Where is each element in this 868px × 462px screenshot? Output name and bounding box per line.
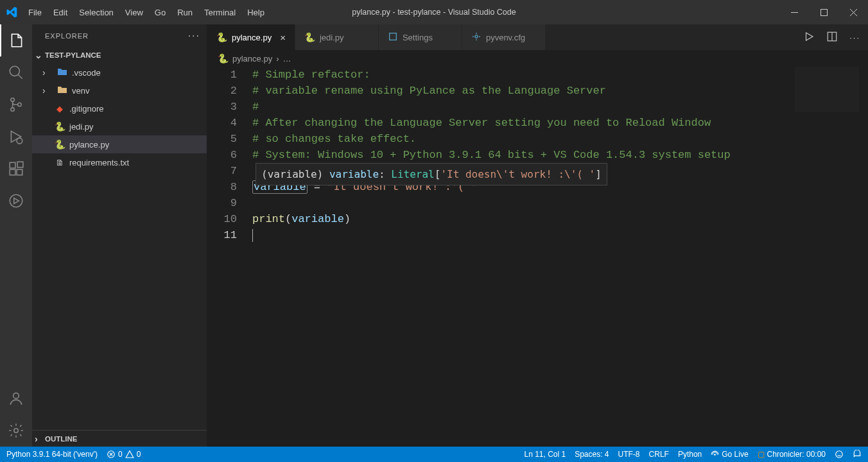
code-content[interactable]: # Simple refactor: # variable rename usi… bbox=[252, 67, 868, 447]
svg-point-15 bbox=[475, 35, 478, 38]
line-number: 8 bbox=[207, 179, 237, 195]
tree-item-label: .vscode bbox=[72, 68, 101, 78]
status-eol[interactable]: CRLF bbox=[649, 450, 669, 459]
menu-selection[interactable]: Selection bbox=[73, 0, 119, 24]
file-tree: › .vscode › venv ◆ .gitignore 🐍 jedi.py bbox=[32, 64, 207, 430]
hover-kind: (variable) bbox=[261, 168, 329, 180]
tab-jedi[interactable]: 🐍 jedi.py bbox=[295, 24, 379, 50]
menu-terminal[interactable]: Terminal bbox=[198, 0, 241, 24]
hover-name: variable bbox=[329, 168, 379, 180]
menu-go[interactable]: Go bbox=[149, 0, 171, 24]
text-cursor bbox=[252, 229, 253, 242]
menu-help[interactable]: Help bbox=[241, 0, 270, 24]
folder-header[interactable]: ⌄ TEST-PYLANCE bbox=[32, 47, 207, 64]
status-python[interactable]: Python 3.9.1 64-bit ('venv') bbox=[6, 450, 98, 459]
activity-explorer[interactable] bbox=[0, 24, 32, 56]
status-golive[interactable]: Go Live bbox=[711, 450, 748, 459]
tree-item-label: venv bbox=[72, 86, 89, 96]
outline-section[interactable]: › OUTLINE bbox=[32, 430, 207, 447]
tree-item-pylance[interactable]: 🐍 pylance.py bbox=[32, 135, 207, 153]
line-number: 5 bbox=[207, 131, 237, 147]
line-gutter: 1 2 3 4 5 6 7 8 9 10 11 bbox=[207, 67, 252, 447]
svg-rect-14 bbox=[390, 33, 397, 40]
status-lncol[interactable]: Ln 11, Col 1 bbox=[524, 450, 566, 459]
status-feedback[interactable] bbox=[835, 450, 844, 459]
breadcrumb-symbol: … bbox=[283, 54, 291, 64]
settings-icon bbox=[388, 31, 398, 44]
svg-point-3 bbox=[11, 98, 14, 101]
svg-rect-0 bbox=[791, 12, 798, 13]
tree-item-jedi[interactable]: 🐍 jedi.py bbox=[32, 117, 207, 135]
tree-item-requirements[interactable]: 🗎 requirements.txt bbox=[32, 153, 207, 171]
comment: # After changing the Language Server set… bbox=[252, 117, 711, 129]
svg-point-13 bbox=[14, 429, 19, 433]
sidebar-title-label: EXPLORER bbox=[45, 32, 89, 40]
tab-settings[interactable]: Settings bbox=[379, 24, 462, 50]
tree-item-gitignore[interactable]: ◆ .gitignore bbox=[32, 99, 207, 117]
warning-count: 0 bbox=[137, 450, 141, 459]
svg-rect-7 bbox=[10, 162, 15, 168]
hover-literal: 'It doesn\'t work! :\'( ' bbox=[440, 168, 595, 180]
line-number: 9 bbox=[207, 195, 237, 211]
hover-colon: : bbox=[379, 168, 391, 180]
line-number: 2 bbox=[207, 83, 237, 99]
svg-point-11 bbox=[10, 194, 22, 207]
menu-edit[interactable]: Edit bbox=[48, 0, 73, 24]
tree-item-label: jedi.py bbox=[69, 122, 94, 132]
status-language[interactable]: Python bbox=[678, 450, 702, 459]
activity-search[interactable] bbox=[0, 56, 32, 89]
activity-account[interactable] bbox=[0, 382, 32, 415]
activity-chronicler[interactable] bbox=[0, 185, 32, 217]
variable-ref: variable bbox=[291, 213, 344, 225]
tab-pyvenv[interactable]: pyvenv.cfg bbox=[462, 24, 546, 50]
tab-label: jedi.py bbox=[320, 33, 344, 42]
maximize-button[interactable] bbox=[809, 0, 838, 24]
status-problems[interactable]: 0 0 bbox=[107, 450, 141, 459]
activity-source-control[interactable] bbox=[0, 89, 32, 121]
editor-area: 🐍 pylance.py × 🐍 jedi.py Settings pyvenv… bbox=[207, 24, 868, 447]
tab-label: Settings bbox=[403, 33, 433, 42]
python-icon: 🐍 bbox=[216, 32, 227, 42]
split-editor-button[interactable] bbox=[826, 31, 838, 44]
tree-item-vscode[interactable]: › .vscode bbox=[32, 64, 207, 81]
svg-point-4 bbox=[11, 108, 14, 111]
editor[interactable]: 1 2 3 4 5 6 7 8 9 10 11 # Simple refacto… bbox=[207, 67, 868, 447]
svg-rect-9 bbox=[17, 169, 22, 175]
tab-bar: 🐍 pylance.py × 🐍 jedi.py Settings pyvenv… bbox=[207, 24, 868, 50]
status-spaces[interactable]: Spaces: 4 bbox=[575, 450, 609, 459]
tab-pylance[interactable]: 🐍 pylance.py × bbox=[207, 24, 295, 50]
line-number: 7 bbox=[207, 163, 237, 179]
chevron-right-icon: › bbox=[42, 85, 53, 96]
comment: # bbox=[252, 101, 259, 113]
error-count: 0 bbox=[118, 450, 123, 459]
close-icon[interactable]: × bbox=[280, 32, 286, 43]
menu-run[interactable]: Run bbox=[171, 0, 198, 24]
sidebar-more-icon[interactable]: ··· bbox=[188, 30, 200, 42]
sidebar: EXPLORER ··· ⌄ TEST-PYLANCE › .vscode › … bbox=[32, 24, 207, 447]
menubar: File Edit Selection View Go Run Terminal… bbox=[22, 0, 270, 24]
chevron-right-icon: › bbox=[35, 434, 45, 444]
activity-extensions[interactable] bbox=[0, 153, 32, 185]
tree-item-venv[interactable]: › venv bbox=[32, 81, 207, 99]
menu-view[interactable]: View bbox=[119, 0, 149, 24]
minimize-button[interactable] bbox=[779, 0, 809, 24]
tab-label: pylance.py bbox=[232, 33, 272, 42]
menu-file[interactable]: File bbox=[22, 0, 48, 24]
svg-point-5 bbox=[18, 103, 21, 106]
close-button[interactable] bbox=[838, 0, 868, 24]
breadcrumb[interactable]: 🐍 pylance.py › … bbox=[207, 50, 868, 67]
editor-actions: ··· bbox=[803, 24, 868, 50]
status-notifications[interactable] bbox=[853, 450, 862, 459]
activity-run-debug[interactable] bbox=[0, 121, 32, 153]
chevron-down-icon: ⌄ bbox=[35, 50, 45, 60]
minimap[interactable] bbox=[795, 67, 859, 112]
run-button[interactable] bbox=[803, 31, 815, 44]
status-encoding[interactable]: UTF-8 bbox=[618, 450, 640, 459]
comment: # so changes take effect. bbox=[252, 133, 416, 145]
status-chronicler[interactable]: ▢ Chronicler: 00:00 bbox=[758, 450, 826, 459]
chevron-right-icon: › bbox=[276, 54, 279, 64]
activity-settings[interactable] bbox=[0, 415, 32, 447]
window-controls bbox=[779, 0, 868, 24]
more-actions-button[interactable]: ··· bbox=[849, 33, 860, 42]
activity-bar bbox=[0, 24, 32, 447]
